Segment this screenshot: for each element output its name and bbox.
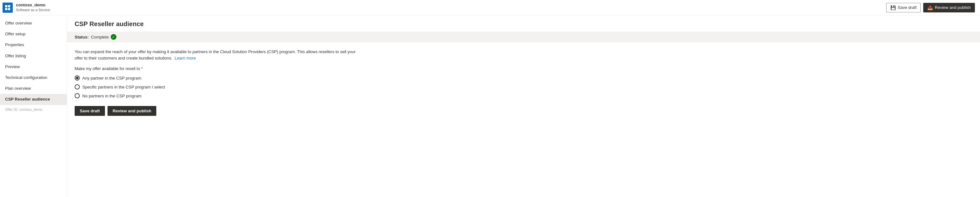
page-content: You can expand the reach of your offer b… (67, 43, 980, 197)
page-header: CSP Reseller audience Status: Complete ✓ (67, 15, 980, 43)
review-publish-button[interactable]: Review and publish (108, 106, 156, 116)
sidebar-item-plan-overview[interactable]: Plan overview (0, 83, 67, 94)
app-branding: contoso_demo Software as a Service (0, 3, 50, 13)
svg-rect-3 (8, 8, 10, 10)
app-title: contoso_demo Software as a Service (16, 3, 50, 12)
radio-no-partners[interactable]: No partners in the CSP program (75, 93, 972, 98)
sidebar-item-offer-setup[interactable]: Offer setup (0, 28, 67, 39)
radio-specific-partners[interactable]: Specific partners in the CSP program I s… (75, 84, 972, 90)
action-buttons: Save draft Review and publish (75, 106, 972, 116)
top-bar: contoso_demo Software as a Service 💾 Sav… (0, 0, 980, 15)
page-title: CSP Reseller audience (75, 20, 972, 28)
header-save-draft-button[interactable]: 💾 Save draft (886, 3, 921, 13)
sidebar-item-offer-listing[interactable]: Offer listing (0, 50, 67, 61)
offer-id: Offer ID: contoso_demo (0, 105, 67, 114)
save-icon: 💾 (890, 5, 896, 10)
section-label: Make my offer available for resell to * (75, 66, 972, 71)
status-complete-icon: ✓ (111, 34, 116, 40)
sidebar-item-properties[interactable]: Properties (0, 39, 67, 50)
content-area: CSP Reseller audience Status: Complete ✓… (67, 15, 980, 197)
radio-any-partner-input[interactable] (75, 76, 80, 80)
publish-icon: 📤 (928, 5, 933, 10)
sidebar-item-preview[interactable]: Preview (0, 61, 67, 72)
sidebar-item-technical-configuration[interactable]: Technical configuration (0, 72, 67, 83)
main-layout: Offer overview Offer setup Properties Of… (0, 15, 980, 197)
app-icon (3, 3, 13, 13)
sidebar: Offer overview Offer setup Properties Of… (0, 15, 67, 197)
app-subtitle: Software as a Service (16, 8, 50, 12)
top-bar-actions: 💾 Save draft 📤 Review and publish (886, 3, 975, 13)
description-text: You can expand the reach of your offer b… (75, 49, 362, 61)
learn-more-link[interactable]: Learn more (175, 56, 196, 60)
radio-specific-partners-input[interactable] (75, 84, 80, 90)
header-review-publish-button[interactable]: 📤 Review and publish (923, 3, 975, 13)
radio-group: Any partner in the CSP program Specific … (75, 76, 972, 98)
radio-any-partner[interactable]: Any partner in the CSP program (75, 76, 972, 80)
sidebar-item-offer-overview[interactable]: Offer overview (0, 18, 67, 28)
save-draft-button[interactable]: Save draft (75, 106, 105, 116)
svg-rect-0 (5, 5, 7, 7)
radio-no-partners-input[interactable] (75, 93, 80, 98)
status-label: Status: Complete (75, 35, 109, 39)
status-bar: Status: Complete ✓ (67, 32, 980, 43)
svg-rect-2 (5, 8, 7, 10)
app-name: contoso_demo (16, 3, 50, 8)
sidebar-item-csp-reseller-audience[interactable]: CSP Reseller audience (0, 94, 67, 105)
svg-rect-1 (8, 5, 10, 7)
